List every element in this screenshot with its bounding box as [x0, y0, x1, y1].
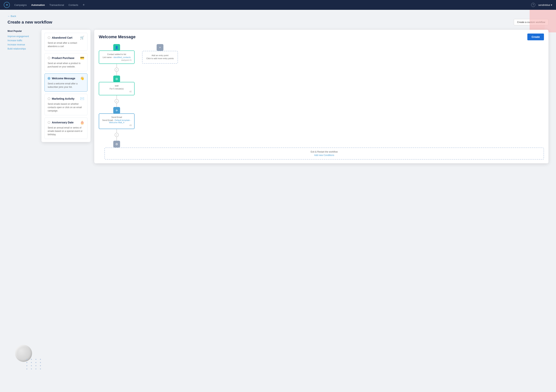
user-label: sendinblue [538, 4, 550, 6]
sidebar-item-relationships[interactable]: Build relationships [8, 47, 38, 51]
connector-6 [116, 137, 117, 141]
card-title-row-welcome: Welcome Message [48, 77, 75, 80]
send-email-node-wrapper: ✈ Send Email Send Email - Default templa… [99, 107, 135, 129]
radio-marketing[interactable] [48, 97, 50, 100]
card-title-row-marketing: Marketing Activity [48, 97, 74, 100]
sidebar-section-title: Most Popular [8, 30, 38, 32]
wait-subtitle: For 5 minute(s) [102, 88, 131, 90]
connector-5 [116, 129, 117, 133]
canvas-wrapper: Welcome Message Create 👤 Contact added t… [94, 30, 548, 163]
entry2-badge[interactable]: + [157, 44, 163, 51]
card-title-row-purchase: Product Purchase [48, 57, 74, 60]
plus-after-wait[interactable]: + [115, 99, 119, 103]
card-title-row-anniversary: Anniversary Date [48, 121, 74, 124]
plus-after-send[interactable]: + [115, 133, 119, 137]
connector-1 [116, 64, 117, 68]
exit-card-title: Exit & Restart the workflow [108, 151, 541, 153]
welcome-icon: 👋 [80, 76, 84, 80]
card-desc-purchase: Send an email when a product is purchase… [48, 62, 84, 68]
exit-icon: ⚙ [115, 143, 118, 146]
entry1-card[interactable]: Contact added to list List name - identi… [99, 51, 135, 64]
workflow-card-product-purchase[interactable]: Product Purchase 💳 Send an email when a … [45, 53, 87, 71]
connector-2 [116, 72, 117, 75]
wait-card[interactable]: wait For 5 minute(s) #2 [99, 82, 135, 95]
send-email-title: Send Email [102, 116, 131, 118]
navbar: ✦ Campaigns Automation Transactional Con… [0, 0, 556, 10]
nav-transactional[interactable]: Transactional [49, 3, 64, 7]
radio-welcome[interactable] [48, 77, 50, 80]
wait-node-wrapper: ⚙ wait For 5 minute(s) #2 [99, 75, 135, 95]
card-header-purchase: Product Purchase 💳 [48, 56, 84, 60]
nav-campaigns[interactable]: Campaigns [14, 3, 27, 7]
anniversary-icon: 🎂 [80, 120, 84, 125]
workflow-card-abandoned-cart[interactable]: Abandoned Cart 🛒 Send an email after a c… [45, 33, 87, 51]
exit-card-link[interactable]: Add new Conditions [108, 154, 541, 157]
entry1-list-label: List name - [103, 56, 113, 58]
canvas-header: Welcome Message Create [99, 34, 544, 40]
entry1-startpoint: startpoint #1 [102, 59, 131, 61]
user-caret-icon: ▾ [551, 4, 552, 6]
card-title-row: Abandoned Cart [48, 36, 72, 39]
exit-badge: ⚙ [113, 141, 120, 148]
marketing-icon: ✉️ [80, 97, 84, 101]
add-entry-card[interactable]: Add an entry point Click to add more ent… [142, 51, 178, 64]
connector-3 [116, 95, 117, 99]
wait-badge: ⚙ [113, 75, 120, 82]
workflow-card-welcome[interactable]: Welcome Message 👋 Send a welcome email a… [45, 74, 87, 91]
user-menu[interactable]: sendinblue ▾ [538, 4, 552, 6]
page-title: Create a new workflow [8, 20, 52, 25]
entry1-node-wrapper: 👤 Contact added to list List name - iden… [99, 44, 135, 64]
page-title-row: Create a new workflow Create a custom wo… [8, 19, 548, 25]
workflow-cards-panel: Abandoned Cart 🛒 Send an email after a c… [41, 30, 91, 142]
add-entry-icon: + [159, 46, 161, 49]
card-name-marketing: Marketing Activity [52, 97, 74, 100]
plus-after-entry1[interactable]: + [115, 68, 119, 72]
send-email-card[interactable]: Send Email Send Email - Default template… [99, 113, 135, 129]
workflow-card-anniversary[interactable]: Anniversary Date 🎂 Send an annual email … [45, 118, 87, 139]
card-name-purchase: Product Purchase [52, 57, 74, 60]
sidebar-item-revenue[interactable]: Increase revenue [8, 43, 38, 47]
send-email-value-row: Send Email - Default template -Welcome M… [102, 119, 131, 124]
sidebar-item-engagement[interactable]: Improve engagement [8, 34, 38, 38]
canvas-title: Welcome Message [99, 34, 136, 39]
send-email-icon: ✈ [116, 109, 118, 112]
add-entry-subtitle: Click to add more entry points [145, 57, 175, 60]
radio-product-purchase[interactable] [48, 57, 50, 59]
card-name-welcome: Welcome Message [52, 77, 75, 80]
send-email-number: #3 [102, 124, 131, 126]
radio-anniversary[interactable] [48, 121, 50, 124]
entry1-list-value[interactable]: identified_contacts [114, 56, 131, 58]
wait-title: wait [102, 85, 131, 87]
flow-column-main: 👤 Contact added to list List name - iden… [99, 44, 135, 148]
send-email-value-label: Send Email - [102, 119, 114, 121]
radio-abandoned-cart[interactable] [48, 36, 50, 39]
main-area: ← Back Create a new workflow Create a cu… [0, 10, 556, 392]
exit-card[interactable]: Exit & Restart the workflow Add new Cond… [104, 148, 544, 159]
card-desc-welcome: Send a welcome email after a subscriber … [48, 82, 84, 89]
cart-icon: 🛒 [80, 36, 84, 40]
help-icon[interactable]: ? [531, 3, 535, 7]
nav-contacts[interactable]: Contacts [69, 3, 78, 7]
nav-right: ? sendinblue ▾ [531, 3, 552, 7]
entry1-badge: 👤 [113, 44, 120, 51]
back-link[interactable]: ← Back [8, 15, 16, 17]
sidebar-item-traffic[interactable]: Increase traffic [8, 38, 38, 43]
nav-automation[interactable]: Automation [31, 3, 45, 7]
flow-column-entry2: + Add an entry point Click to add more e… [142, 44, 178, 64]
create-workflow-button[interactable]: Create [527, 34, 544, 40]
wait-number: #2 [102, 90, 131, 93]
nav-add[interactable]: + [83, 3, 85, 7]
send-email-badge: ✈ [113, 107, 120, 114]
logo[interactable]: ✦ [4, 2, 10, 8]
content-layout: Most Popular Improve engagement Increase… [8, 30, 548, 163]
card-desc-anniversary: Send an annual email or series of emails… [48, 126, 84, 136]
card-header-marketing: Marketing Activity ✉️ [48, 97, 84, 101]
card-desc-marketing: Send emails based on whether contacts op… [48, 102, 84, 113]
logo-icon: ✦ [6, 3, 8, 7]
purchase-icon: 💳 [80, 56, 84, 60]
workflow-card-marketing[interactable]: Marketing Activity ✉️ Send emails based … [45, 94, 87, 115]
sidebar: Most Popular Improve engagement Increase… [8, 30, 38, 51]
card-header-welcome: Welcome Message 👋 [48, 76, 84, 80]
wait-icon: ⚙ [115, 77, 118, 81]
entry2-node-wrapper: + Add an entry point Click to add more e… [142, 44, 178, 64]
